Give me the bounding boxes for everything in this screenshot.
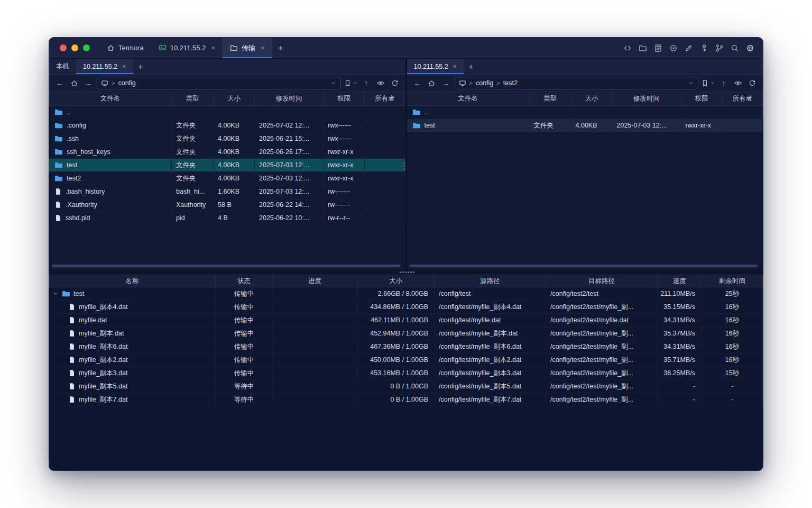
- show-hidden-button[interactable]: [732, 77, 744, 89]
- back-button[interactable]: ←: [54, 77, 66, 89]
- file-icon: [68, 343, 76, 350]
- breadcrumb-segment[interactable]: test2: [503, 79, 518, 87]
- column-speed[interactable]: 速度: [658, 275, 702, 287]
- column-modified[interactable]: 修改时间: [613, 92, 681, 105]
- transfer-splitter[interactable]: [49, 269, 763, 275]
- transfer-row[interactable]: myfile_副本4.dat 传输中 42% 434.86MB / 1.00GB…: [49, 301, 763, 314]
- column-modified[interactable]: 修改时间: [255, 92, 324, 105]
- horizontal-scrollbar[interactable]: [410, 265, 758, 267]
- transfer-row[interactable]: myfile_副本3.dat 传输中 44% 453.16MB / 1.00GB…: [49, 367, 763, 380]
- transfer-row[interactable]: test 传输中 33% 2.66GB / 8.00GB /config/tes…: [49, 287, 763, 301]
- transfer-source-path: /config/test: [435, 287, 546, 300]
- tab-host-10-211-55-2[interactable]: 10.211.55.2 ×: [151, 38, 223, 58]
- table-row[interactable]: test 文件夹 4.00KB 2025-07-03 12:... rwxr-x…: [407, 119, 763, 132]
- close-tab-icon[interactable]: ×: [211, 44, 215, 51]
- breadcrumb-segment[interactable]: config: [118, 79, 135, 87]
- column-permissions[interactable]: 权限: [324, 92, 365, 105]
- right-file-table: 文件名 类型 大小 修改时间 权限 所有者 .. test 文件夹 4.: [407, 92, 763, 269]
- tab-local[interactable]: 本机: [49, 59, 76, 74]
- column-size[interactable]: 大小: [571, 92, 613, 105]
- refresh-icon: [391, 79, 399, 87]
- bookmark-button[interactable]: [701, 77, 715, 89]
- up-directory-button[interactable]: ↑: [718, 77, 730, 89]
- home-button[interactable]: [426, 77, 438, 89]
- record-icon[interactable]: [669, 43, 678, 52]
- table-row[interactable]: .ssh 文件夹 4.00KB 2025-06-21 15:... rwx---…: [49, 132, 405, 146]
- column-size[interactable]: 大小: [214, 92, 255, 105]
- new-tab-button[interactable]: +: [272, 38, 289, 58]
- column-filename[interactable]: 文件名: [407, 92, 530, 105]
- search-icon[interactable]: [730, 43, 739, 52]
- edit-icon[interactable]: [684, 43, 693, 52]
- code-icon[interactable]: [623, 43, 632, 52]
- column-remaining-time[interactable]: 剩余时间: [702, 275, 763, 287]
- tab-transfer[interactable]: 传输 ×: [223, 38, 272, 58]
- transfer-remaining-time: 15秒: [702, 367, 763, 379]
- close-tab-icon[interactable]: ×: [122, 63, 126, 70]
- column-type[interactable]: 类型: [172, 92, 214, 105]
- horizontal-scrollbar[interactable]: [52, 265, 400, 267]
- key-icon[interactable]: [699, 43, 708, 52]
- breadcrumb-segment[interactable]: config: [476, 79, 493, 87]
- table-row[interactable]: .bash_history bash_hi... 1.60KB 2025-07-…: [49, 185, 405, 198]
- table-row[interactable]: ssh_host_keys 文件夹 4.00KB 2025-06-26 17:.…: [49, 146, 405, 159]
- table-row[interactable]: ..: [407, 106, 763, 119]
- folder-icon[interactable]: [638, 43, 647, 52]
- transfer-row[interactable]: myfile_副本5.dat 等待中 0% 0 B / 1.00GB /conf…: [49, 380, 763, 393]
- close-tab-icon[interactable]: ×: [261, 44, 265, 51]
- expand-chevron-icon[interactable]: [52, 291, 59, 297]
- up-directory-button[interactable]: ↑: [361, 77, 372, 89]
- chevron-down-icon[interactable]: [330, 80, 337, 86]
- home-button[interactable]: [68, 77, 80, 89]
- path-bar[interactable]: > config: [97, 77, 341, 89]
- table-row[interactable]: ..: [49, 106, 405, 119]
- transfer-row[interactable]: myfile_副本.dat 传输中 44% 452.94MB / 1.00GB …: [49, 327, 763, 340]
- transfer-row[interactable]: myfile_副本7.dat 等待中 0% 0 B / 1.00GB /conf…: [49, 393, 763, 406]
- forward-button[interactable]: →: [82, 77, 94, 89]
- column-name[interactable]: 名称: [49, 275, 216, 287]
- table-row[interactable]: test2 文件夹 4.00KB 2025-07-03 12:... rwxr-…: [49, 172, 405, 185]
- table-row[interactable]: .Xauthority Xauthority 58 B 2025-06-22 1…: [49, 198, 405, 212]
- column-filename[interactable]: 文件名: [49, 92, 172, 105]
- settings-icon[interactable]: [745, 43, 754, 52]
- show-hidden-button[interactable]: [375, 77, 386, 89]
- tab-remote-10-211-55-2[interactable]: 10.211.55.2 ×: [407, 59, 464, 74]
- column-size[interactable]: 大小: [357, 275, 435, 287]
- table-row[interactable]: .config 文件夹 4.00KB 2025-07-02 12:... rwx…: [49, 119, 405, 132]
- chevron-down-icon[interactable]: [688, 80, 694, 86]
- table-row[interactable]: test 文件夹 4.00KB 2025-07-03 12:... rwxr-x…: [49, 159, 405, 172]
- tab-remote-10-211-55-2[interactable]: 10.211.55.2 ×: [76, 59, 133, 74]
- document-icon[interactable]: [653, 43, 662, 52]
- folder-icon: [412, 121, 421, 130]
- column-target-path[interactable]: 目标路径: [546, 275, 658, 287]
- refresh-button[interactable]: [746, 77, 758, 89]
- transfer-progress-cell: 33%: [273, 287, 357, 300]
- new-tab-button[interactable]: +: [464, 59, 478, 74]
- column-source-path[interactable]: 源路径: [435, 275, 546, 287]
- transfer-panel: 名称 状态 进度 大小 源路径 目标路径 速度 剩余时间 test 传输中 33…: [49, 275, 763, 470]
- back-button[interactable]: ←: [412, 77, 423, 89]
- column-progress[interactable]: 进度: [273, 275, 357, 287]
- tab-termora[interactable]: Termora: [99, 38, 151, 58]
- branch-icon[interactable]: [715, 43, 724, 52]
- transfer-name-cell: myfile_副本5.dat: [49, 380, 216, 393]
- refresh-button[interactable]: [389, 77, 401, 89]
- home-icon: [107, 44, 115, 52]
- minimize-window-button[interactable]: [71, 44, 78, 51]
- path-bar[interactable]: > config > test2: [455, 77, 699, 89]
- table-row[interactable]: sshd.pid pid 4 B 2025-06-22 10:... rw-r-…: [49, 212, 405, 225]
- column-type[interactable]: 类型: [530, 92, 571, 105]
- transfer-row[interactable]: myfile.dat 传输中 45% 462.11MB / 1.00GB /co…: [49, 314, 763, 327]
- new-tab-button[interactable]: +: [133, 59, 148, 74]
- column-owner[interactable]: 所有者: [723, 92, 763, 105]
- column-permissions[interactable]: 权限: [681, 92, 723, 105]
- column-owner[interactable]: 所有者: [365, 92, 405, 105]
- close-window-button[interactable]: [60, 44, 67, 51]
- close-tab-icon[interactable]: ×: [453, 63, 457, 70]
- transfer-row[interactable]: myfile_副本2.dat 传输中 43% 450.00MB / 1.00GB…: [49, 353, 763, 367]
- maximize-window-button[interactable]: [83, 44, 90, 51]
- transfer-row[interactable]: myfile_副本6.dat 传输中 45% 467.36MB / 1.00GB…: [49, 340, 763, 353]
- bookmark-button[interactable]: [344, 77, 358, 89]
- forward-button[interactable]: →: [440, 77, 452, 89]
- column-status[interactable]: 状态: [216, 275, 273, 287]
